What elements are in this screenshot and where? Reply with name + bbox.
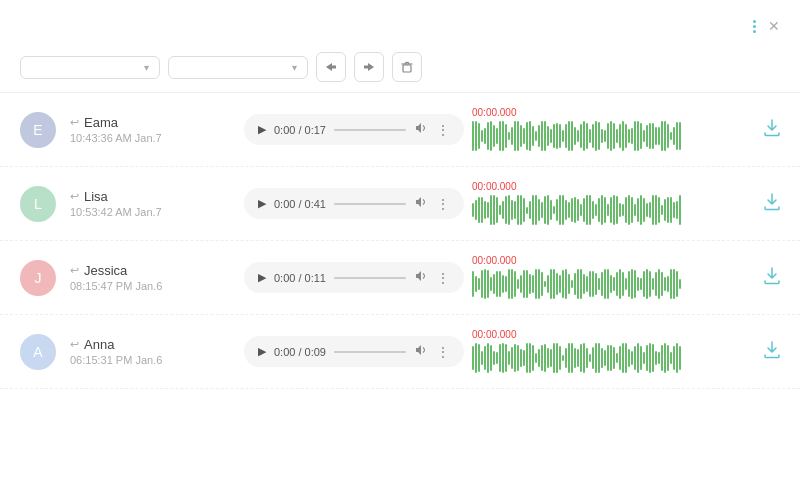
play-button[interactable]: ▶	[258, 345, 266, 358]
play-button[interactable]: ▶	[258, 197, 266, 210]
waveform-bar	[607, 123, 609, 150]
call-item: A ↩ Anna 06:15:31 PM Jan.6 ▶ 0:00 / 0:09…	[0, 315, 800, 389]
call-name: ↩ Anna	[70, 337, 230, 352]
waveform-bar	[520, 195, 522, 225]
waveform-bar	[544, 281, 546, 288]
more-options-icon[interactable]: ⋮	[436, 196, 450, 212]
download-button[interactable]	[764, 119, 780, 141]
caller-name: Eama	[84, 115, 118, 130]
volume-icon[interactable]	[414, 121, 428, 138]
audio-progress-bar[interactable]	[334, 203, 406, 205]
waveform-bar	[544, 196, 546, 224]
waveform-bar	[481, 270, 483, 298]
waveform-bar	[580, 124, 582, 147]
waveform-bar	[637, 198, 639, 222]
more-options-icon[interactable]: ⋮	[436, 122, 450, 138]
forward-icon	[324, 60, 338, 74]
audio-progress-bar[interactable]	[334, 351, 406, 353]
waveform-bar	[520, 349, 522, 367]
waveform-bar	[508, 132, 510, 139]
waveform-bar	[523, 350, 525, 366]
waveform-bar	[634, 270, 636, 298]
audio-section: ▶ 0:00 / 0:17 ⋮ 00:00.000	[244, 107, 746, 152]
volume-icon[interactable]	[414, 343, 428, 360]
play-button[interactable]: ▶	[258, 271, 266, 284]
waveform-bar	[565, 200, 567, 221]
waveform-bar	[508, 351, 510, 364]
delete-button[interactable]	[392, 52, 422, 82]
waveform-bar	[502, 275, 504, 293]
waveform-bar	[577, 130, 579, 142]
waveform-bar	[604, 130, 606, 142]
waveform-bar	[547, 195, 549, 224]
forward-button[interactable]	[316, 52, 346, 82]
waveform-bar	[502, 121, 504, 151]
audio-progress-bar[interactable]	[334, 277, 406, 279]
waveform-bar	[616, 129, 618, 142]
call-timestamp: 06:15:31 PM Jan.6	[70, 354, 230, 366]
call-info: ↩ Eama 10:43:36 AM Jan.7	[70, 115, 230, 144]
waveform-bar	[490, 195, 492, 224]
waveform-bar	[529, 201, 531, 220]
waveform-bar	[514, 201, 516, 218]
download-button[interactable]	[764, 193, 780, 215]
waveform-bar	[622, 204, 624, 216]
waveform-bar	[568, 274, 570, 294]
play-button[interactable]: ▶	[258, 123, 266, 136]
waveform-bar	[550, 349, 552, 367]
waveform-bar	[640, 123, 642, 150]
waveform-bar	[628, 349, 630, 367]
download-button[interactable]	[764, 341, 780, 363]
call-name: ↩ Lisa	[70, 189, 230, 204]
header-actions: ✕	[753, 18, 780, 34]
waveform-bar	[547, 275, 549, 294]
waveform-bar	[586, 348, 588, 368]
waveform-bar	[532, 126, 534, 146]
waveform-bar	[523, 128, 525, 145]
waveform-bar	[478, 197, 480, 223]
waveform-bar	[655, 127, 657, 144]
waveform-bar	[598, 278, 600, 289]
reply-button[interactable]	[354, 52, 384, 82]
waveform-bar	[670, 269, 672, 299]
waveform-bar	[511, 127, 513, 146]
waveform-bar	[571, 343, 573, 373]
close-icon[interactable]: ✕	[768, 18, 780, 34]
waveform-bar	[607, 204, 609, 217]
waveform-bar	[559, 275, 561, 292]
waveform-bar	[526, 343, 528, 373]
waveform-bar	[502, 343, 504, 373]
waveform-bar	[673, 202, 675, 219]
waveform	[472, 268, 692, 300]
waveform-bar	[499, 121, 501, 150]
waveform-bar	[541, 272, 543, 296]
waveform-bar	[646, 269, 648, 299]
waveform-bar	[571, 121, 573, 151]
waveform-bar	[526, 122, 528, 149]
waveform-bar	[478, 344, 480, 372]
dots-grid-icon[interactable]	[753, 20, 756, 33]
waveform-bar	[547, 126, 549, 147]
waveform-bar	[493, 195, 495, 225]
waveform-bar	[475, 276, 477, 291]
waveform-bar	[505, 124, 507, 148]
more-options-icon[interactable]: ⋮	[436, 270, 450, 286]
volume-icon[interactable]	[414, 195, 428, 212]
waveform-bar	[676, 343, 678, 373]
volume-icon[interactable]	[414, 269, 428, 286]
download-button[interactable]	[764, 267, 780, 289]
waveform-bar	[673, 346, 675, 371]
more-options-icon[interactable]: ⋮	[436, 344, 450, 360]
waveform-bar	[646, 203, 648, 217]
waveform-bar	[508, 195, 510, 224]
waveform-bar	[562, 355, 564, 362]
whatsapp-dropdown[interactable]: ▾	[168, 56, 308, 79]
contacts-dropdown[interactable]: ▾	[20, 56, 160, 79]
audio-section: ▶ 0:00 / 0:41 ⋮ 00:00.000	[244, 181, 746, 226]
waveform-bar	[493, 274, 495, 295]
audio-progress-bar[interactable]	[334, 129, 406, 131]
waveform-bar	[610, 197, 612, 222]
waveform-bar	[508, 269, 510, 299]
waveform-bar	[592, 124, 594, 149]
waveform-bar	[484, 269, 486, 299]
